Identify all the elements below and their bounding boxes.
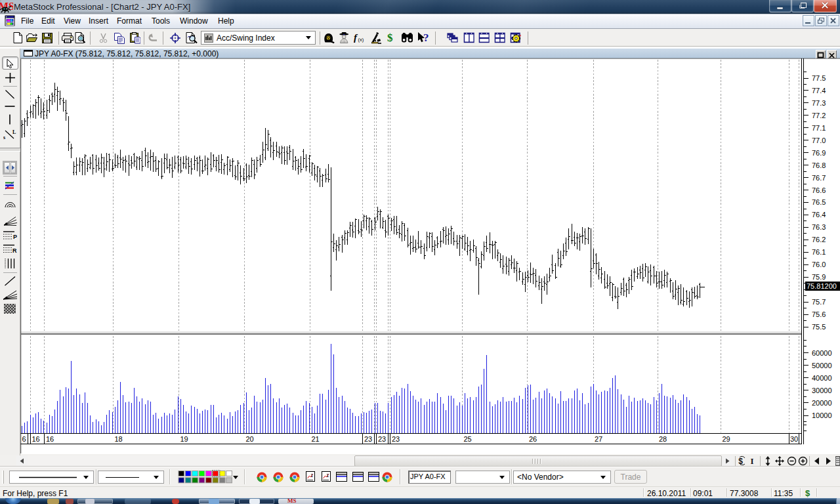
svg-text:77.2: 77.2 bbox=[812, 112, 826, 119]
svg-text:28: 28 bbox=[659, 435, 667, 443]
svg-text:30000: 30000 bbox=[812, 387, 832, 394]
svg-text:P: P bbox=[13, 234, 17, 240]
svg-text:75.5: 75.5 bbox=[812, 323, 826, 331]
svg-text:76.3: 76.3 bbox=[812, 223, 826, 231]
svg-text:75.81200: 75.81200 bbox=[807, 282, 837, 290]
svg-text:60000: 60000 bbox=[812, 349, 832, 357]
svg-text:76.8: 76.8 bbox=[812, 161, 826, 169]
svg-text:6: 6 bbox=[22, 435, 26, 443]
svg-text:s: s bbox=[3, 135, 5, 140]
svg-text:29: 29 bbox=[723, 435, 730, 443]
svg-text:77.3: 77.3 bbox=[812, 99, 826, 107]
svg-text:23: 23 bbox=[392, 435, 400, 443]
svg-text:76.7: 76.7 bbox=[812, 174, 826, 182]
svg-text:25: 25 bbox=[464, 435, 472, 443]
svg-text:1: 1 bbox=[310, 472, 314, 478]
svg-text:R: R bbox=[12, 247, 17, 254]
svg-text:16: 16 bbox=[32, 435, 40, 443]
svg-text:21: 21 bbox=[312, 435, 320, 443]
svg-text:1: 1 bbox=[326, 472, 329, 478]
svg-text:20000: 20000 bbox=[812, 399, 832, 407]
svg-text:40000: 40000 bbox=[812, 374, 832, 382]
svg-text:76.9: 76.9 bbox=[812, 149, 826, 157]
svg-text:76.5: 76.5 bbox=[812, 198, 826, 206]
svg-text:23: 23 bbox=[364, 435, 372, 443]
svg-text:77.4: 77.4 bbox=[812, 87, 826, 94]
svg-text:76.6: 76.6 bbox=[812, 186, 826, 194]
svg-text:10000: 10000 bbox=[812, 411, 832, 419]
svg-text:76.1: 76.1 bbox=[812, 248, 826, 256]
svg-text:76.0: 76.0 bbox=[812, 261, 826, 268]
svg-text:23: 23 bbox=[378, 435, 386, 443]
svg-text:77.5: 77.5 bbox=[812, 74, 826, 82]
svg-text:20: 20 bbox=[246, 435, 254, 443]
svg-text:77.1: 77.1 bbox=[812, 124, 826, 132]
svg-text:76.4: 76.4 bbox=[812, 211, 826, 219]
svg-text:L: L bbox=[12, 129, 16, 135]
svg-text:?: ? bbox=[423, 32, 429, 44]
svg-text:30: 30 bbox=[790, 435, 798, 443]
svg-text:76.2: 76.2 bbox=[812, 236, 826, 243]
svg-text:77.0: 77.0 bbox=[812, 136, 826, 144]
svg-text:16: 16 bbox=[46, 435, 54, 443]
svg-text:75.9: 75.9 bbox=[812, 273, 826, 281]
svg-text:27: 27 bbox=[595, 435, 602, 443]
svg-text:75.7: 75.7 bbox=[812, 298, 826, 306]
svg-text:18: 18 bbox=[115, 435, 123, 443]
svg-text:75.6: 75.6 bbox=[812, 310, 826, 318]
svg-text:26: 26 bbox=[529, 435, 537, 443]
svg-text:(x): (x) bbox=[358, 37, 364, 43]
svg-text:50000: 50000 bbox=[812, 362, 832, 369]
svg-text:19: 19 bbox=[180, 435, 188, 443]
